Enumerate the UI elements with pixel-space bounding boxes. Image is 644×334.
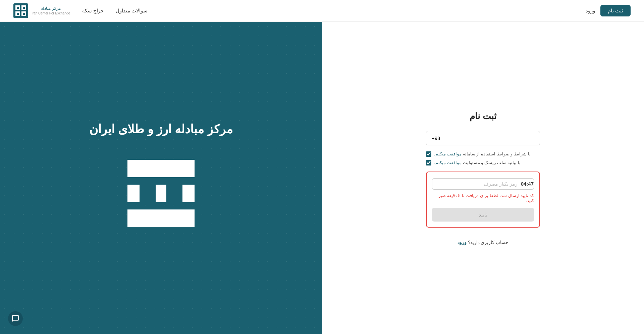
login-link[interactable]: ورود [458,240,467,245]
faq-link[interactable]: سوالات متداول [116,8,148,14]
svg-rect-12 [166,185,182,202]
terms-checkbox-row: با شرایط و ضوابط استفاده از سامانه موافق… [426,151,540,157]
logo-text: مرکز مبادله Iran Center For Exchange [32,6,70,16]
form-title: ثبت نام [470,111,496,122]
otp-timer: 04:47 [521,181,534,187]
otp-box: 04:47 کد تایید ارسال شد، لطفا برای دریاف… [426,172,540,228]
big-logo-icon [121,153,201,234]
logo-area: مرکز مبادله Iran Center For Exchange [13,3,70,18]
login-header-button[interactable]: ورود [586,8,595,14]
svg-rect-5 [17,7,19,9]
risk-link[interactable]: موافقت میکنم. [434,160,462,165]
terms-label: با شرایط و ضوابط استفاده از سامانه موافق… [434,151,531,156]
register-button[interactable]: ثبت نام [600,5,631,16]
svg-rect-11 [140,185,156,202]
risk-checkbox-row: با بیانیه سلب ریسک و مسئولیت موافقت میکن… [426,160,540,165]
header: ثبت نام ورود سوالات متداول حراج سکه مرکز… [0,0,644,22]
right-panel-title: مرکز مبادله ارز و طلای ایران [89,122,233,136]
otp-input[interactable] [432,180,521,188]
phone-input-wrapper [426,131,540,145]
logo-icon [13,3,28,18]
main-layout: ثبت نام با شرایط و ضوابط استفاده از ساما… [0,22,644,334]
form-area: ثبت نام با شرایط و ضوابط استفاده از ساما… [322,22,644,334]
form-container: ثبت نام با شرایط و ضوابط استفاده از ساما… [426,111,540,245]
otp-input-row: 04:47 [432,178,534,190]
auction-link[interactable]: حراج سکه [82,8,104,14]
svg-rect-13 [127,209,195,227]
chat-icon [11,315,19,323]
terms-checkbox[interactable] [426,151,431,157]
header-right: سوالات متداول حراج سکه مرکز مبادله Iran … [13,3,148,18]
confirm-button[interactable]: تایید [432,208,534,222]
terms-link[interactable]: موافقت میکنم. [434,151,462,156]
svg-rect-6 [23,7,25,9]
phone-input[interactable] [426,131,540,145]
have-account-text: حساب کاربری دارید؟ ورود [458,240,509,245]
svg-rect-7 [17,13,19,15]
otp-message: کد تایید ارسال شد، لطفا برای دریافت تا 5… [432,193,534,203]
svg-rect-9 [127,160,195,177]
svg-rect-10 [127,185,195,202]
svg-rect-8 [23,13,25,15]
risk-label: با بیانیه سلب ریسک و مسئولیت موافقت میکن… [434,160,521,165]
risk-checkbox[interactable] [426,160,431,165]
right-panel: مرکز مبادله ارز و طلای ایران [0,22,322,334]
header-left: ثبت نام ورود [586,5,631,16]
chat-button[interactable] [8,311,23,326]
